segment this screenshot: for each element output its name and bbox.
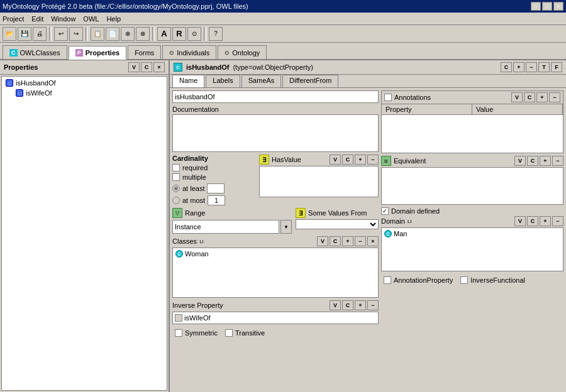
inverse-minus-button[interactable]: − — [367, 300, 379, 310]
panel-c-button[interactable]: C — [141, 62, 152, 72]
tree-item-iswifeof[interactable]: □ isWifeOf — [13, 88, 165, 98]
transitive-checkbox[interactable] — [225, 329, 233, 337]
domain-defined-label: Domain defined — [391, 207, 440, 215]
domain-man-item[interactable]: C Man — [383, 229, 562, 238]
anno-plus-button[interactable]: + — [536, 92, 548, 102]
property-type-icon: C — [174, 63, 182, 72]
anno-v-button[interactable]: V — [511, 92, 523, 102]
toolbar-separator-3 — [152, 27, 155, 41]
toolbar-redo[interactable]: ↪ — [69, 27, 83, 41]
atmost-input[interactable] — [208, 195, 225, 205]
hasvalue-icon: ∃ — [259, 155, 269, 165]
multiple-checkbox[interactable] — [172, 173, 180, 181]
symmetric-checkbox[interactable] — [175, 329, 182, 337]
panel-x-button[interactable]: × — [153, 62, 165, 72]
classes-x-button[interactable]: × — [367, 236, 379, 246]
classes-header-row: Classes LI V C + − × — [172, 236, 379, 246]
svf-dropdown[interactable] — [296, 219, 379, 229]
minimize-button[interactable]: − — [531, 2, 541, 11]
maximize-button[interactable]: □ — [542, 2, 552, 11]
toolbar-add[interactable]: ⊕ — [121, 27, 135, 41]
cardinality-label: Cardinality — [172, 155, 255, 162]
equivalent-icon: ≡ — [381, 156, 391, 166]
inverse-v-button[interactable]: V — [330, 300, 341, 310]
menu-edit[interactable]: Edit — [31, 15, 43, 23]
toolbar-paste[interactable]: 📄 — [106, 27, 119, 41]
atleast-input[interactable] — [207, 183, 225, 193]
tab-properties[interactable]: P Properties — [69, 46, 126, 60]
equiv-c-button[interactable]: C — [527, 156, 538, 166]
tab-forms[interactable]: Forms — [128, 45, 161, 59]
woman-class-icon: C — [175, 250, 183, 258]
classes-plus-button[interactable]: + — [342, 236, 353, 246]
inverse-plus-button[interactable]: + — [355, 300, 366, 310]
menu-project[interactable]: Project — [3, 15, 24, 23]
tab-ontology[interactable]: ⊙ Ontology — [218, 45, 267, 59]
tab-sameas[interactable]: SameAs — [241, 75, 282, 87]
header-c-button[interactable]: C — [501, 62, 512, 72]
tab-differentfrom[interactable]: DifferentFrom — [282, 75, 338, 87]
anno-c-button[interactable]: C — [524, 92, 535, 102]
range-label: Range — [185, 209, 205, 217]
toolbar-help[interactable]: ? — [209, 27, 223, 41]
menu-help[interactable]: Help — [106, 15, 121, 23]
tree-item-ishusbandof[interactable]: □ isHusbandOf — [3, 78, 165, 88]
tab-name[interactable]: Name — [172, 75, 204, 87]
annotation-property-checkbox[interactable] — [384, 276, 391, 284]
tab-individuals[interactable]: ⊙ Individuals — [162, 45, 216, 59]
classes-v-button[interactable]: V — [317, 236, 328, 246]
inverse-c-button[interactable]: C — [342, 300, 353, 310]
classes-c-button[interactable]: C — [330, 236, 341, 246]
toolbar-save[interactable]: 🖨 — [33, 27, 47, 41]
equiv-plus-button[interactable]: + — [540, 156, 551, 166]
header-t-button[interactable]: T — [538, 62, 550, 72]
inverse-section: Inverse Property V C + − isWifeOf — [172, 300, 379, 324]
inverse-input[interactable]: isWifeOf — [172, 312, 379, 324]
hasvalue-plus-button[interactable]: + — [355, 155, 366, 165]
close-button[interactable]: × — [553, 2, 563, 11]
domain-plus-button[interactable]: + — [540, 216, 551, 226]
name-input[interactable] — [172, 90, 379, 103]
toolbar-open[interactable]: 💾 — [18, 27, 31, 41]
inverse-functional-checkbox[interactable] — [460, 276, 468, 284]
equiv-minus-button[interactable]: − — [552, 156, 563, 166]
annotation-property-row: AnnotationProperty — [384, 276, 453, 284]
hasvalue-minus-button[interactable]: − — [367, 155, 379, 165]
domain-subscript: LI — [408, 219, 412, 224]
domain-v-button[interactable]: V — [514, 216, 526, 226]
range-dropdown-arrow[interactable]: ▼ — [280, 220, 292, 234]
toolbar-copy[interactable]: 📋 — [91, 27, 104, 41]
tab-labels[interactable]: Labels — [206, 75, 240, 87]
svf-section: ∃ Some Values From — [296, 208, 379, 229]
tab-owl-classes[interactable]: C OWLClasses — [3, 45, 67, 59]
menu-owl[interactable]: OWL — [83, 15, 99, 23]
range-triangle[interactable]: ▽ — [172, 208, 182, 218]
hasvalue-c-button[interactable]: C — [342, 155, 353, 165]
atmost-radio[interactable] — [172, 197, 180, 204]
header-plus-button[interactable]: + — [513, 62, 524, 72]
range-select[interactable]: Instance Class DataType — [172, 220, 279, 234]
classes-woman-item[interactable]: C Woman — [174, 249, 377, 258]
toolbar-undo[interactable]: ↩ — [54, 27, 68, 41]
header-minus-button[interactable]: − — [526, 62, 537, 72]
classes-minus-button[interactable]: − — [355, 236, 366, 246]
atleast-radio[interactable] — [172, 185, 180, 192]
domain-c-button[interactable]: C — [527, 216, 538, 226]
panel-v-button[interactable]: V — [128, 62, 140, 72]
ontology-icon: ⊙ — [225, 50, 230, 56]
menu-window[interactable]: Window — [51, 15, 75, 23]
toolbar-circle[interactable]: ⊙ — [187, 27, 201, 41]
required-checkbox[interactable] — [172, 164, 180, 172]
toolbar-a[interactable]: A — [157, 27, 171, 41]
toolbar-r[interactable]: R — [172, 27, 186, 41]
annotations-checkbox[interactable] — [384, 94, 392, 101]
domain-defined-checkbox[interactable]: ✓ — [381, 207, 389, 215]
toolbar-remove[interactable]: ⊗ — [136, 27, 150, 41]
header-f-button[interactable]: F — [551, 62, 562, 72]
equiv-v-button[interactable]: V — [514, 156, 526, 166]
domain-minus-button[interactable]: − — [552, 216, 563, 226]
documentation-textarea[interactable] — [172, 114, 379, 152]
toolbar-new[interactable]: 📂 — [3, 27, 16, 41]
anno-minus-button[interactable]: − — [549, 92, 560, 102]
hasvalue-v-button[interactable]: V — [330, 155, 341, 165]
